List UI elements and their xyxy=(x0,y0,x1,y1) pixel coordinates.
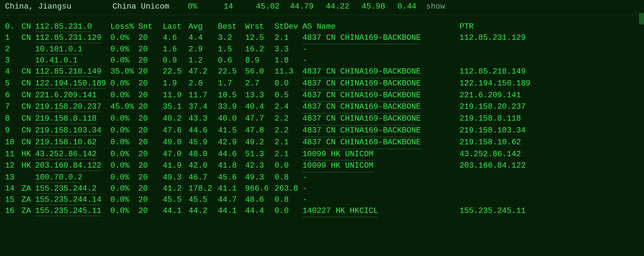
hop-ip[interactable]: 155.235.245.11 xyxy=(35,206,110,218)
hop-last: 22.5 xyxy=(163,66,189,78)
hop-country: CN xyxy=(22,113,35,125)
col-best: Best xyxy=(218,22,245,33)
hop-asn[interactable]: 4837 CN CHINA169-BACKBONE xyxy=(302,66,451,78)
hop-snt: 20 xyxy=(138,66,163,78)
hop-country: CN xyxy=(22,102,35,113)
hop-ip[interactable]: 219.158.20.237 xyxy=(35,102,110,113)
hop-best: 3.2 xyxy=(218,33,245,45)
hop-wrst: 2.7 xyxy=(245,78,275,90)
hop-best: 41.8 xyxy=(218,160,245,172)
hop-best: 42.9 xyxy=(218,137,245,149)
hop-stdev: 2.2 xyxy=(275,113,302,125)
hop-ip[interactable]: 100.70.0.2 xyxy=(35,172,110,183)
hop-ip[interactable]: 219.158.10.62 xyxy=(35,137,110,149)
col-ip[interactable]: 112.85.231.0 xyxy=(35,22,110,33)
hop-loss: 0.0% xyxy=(110,149,138,161)
hop-index: 13 xyxy=(5,172,22,183)
hop-index: 1 xyxy=(5,33,22,45)
hop-country: HK xyxy=(22,149,35,161)
hop-ptr: 112.85.231.129 xyxy=(451,33,639,45)
col-wrst: Wrst xyxy=(245,22,275,33)
hop-stdev: 0.8 xyxy=(275,172,302,183)
hop-ip[interactable]: 43.252.86.142 xyxy=(35,149,110,161)
hop-ip[interactable]: 122.194.150.189 xyxy=(35,78,110,90)
hop-loss: 0.0% xyxy=(110,172,138,183)
hop-ptr xyxy=(451,195,639,206)
hop-ip[interactable]: 219.158.8.118 xyxy=(35,113,110,125)
hop-stdev: 0.5 xyxy=(275,90,302,102)
hop-last: 41.2 xyxy=(163,183,189,195)
hop-index: 10 xyxy=(5,137,22,149)
hop-loss: 0.0% xyxy=(110,44,138,55)
hop-country xyxy=(22,44,35,55)
hop-last: 49.0 xyxy=(163,137,189,149)
hop-best: 44.6 xyxy=(218,149,245,161)
hop-asn[interactable]: 10099 HK UNICOM xyxy=(302,160,451,172)
hop-asn[interactable]: 140227 HK HKCICL xyxy=(302,206,451,218)
hop-asn[interactable]: 4837 CN CHINA169-BACKBONE xyxy=(302,78,451,90)
hop-ip[interactable]: 155.235.244.14 xyxy=(35,195,110,206)
col-ptr: PTR xyxy=(451,22,639,33)
hop-loss: 0.0% xyxy=(110,78,138,90)
hop-ptr: 203.160.84.122 xyxy=(451,160,639,172)
hop-stdev: 0.0 xyxy=(275,206,302,218)
show-button[interactable]: show xyxy=(426,1,462,13)
hop-wrst: 47.8 xyxy=(245,125,275,137)
hop-asn[interactable]: 4837 CN CHINA169-BACKBONE xyxy=(302,113,451,125)
hop-asn[interactable]: 10099 HK UNICOM xyxy=(302,149,451,161)
hop-last: 35.1 xyxy=(163,102,189,113)
hop-ptr: 43.252.86.142 xyxy=(451,149,639,161)
hop-loss: 0.0% xyxy=(110,113,138,125)
hop-ip[interactable]: 221.6.209.141 xyxy=(35,90,110,102)
hop-snt: 20 xyxy=(138,172,163,183)
hop-wrst: 44.4 xyxy=(245,206,275,218)
hop-asn[interactable]: 4837 CN CHINA169-BACKBONE xyxy=(302,125,451,137)
hop-asn: - xyxy=(302,172,451,183)
hop-avg: 2.0 xyxy=(189,78,218,90)
hop-wrst: 49.3 xyxy=(245,172,275,183)
hop-wrst: 12.5 xyxy=(245,33,275,45)
hop-snt: 20 xyxy=(138,137,163,149)
hop-snt: 20 xyxy=(138,78,163,90)
hop-index: 15 xyxy=(5,195,22,206)
hop-index: 8 xyxy=(5,113,22,125)
hop-last: 44.1 xyxy=(163,206,189,218)
hop-avg: 46.7 xyxy=(189,172,218,183)
hop-loss: 0.0% xyxy=(110,55,138,66)
hop-country: HK xyxy=(22,160,35,172)
hop-loss: 45.0% xyxy=(110,102,138,113)
hop-index: 14 xyxy=(5,183,22,195)
hop-ip[interactable]: 10.101.0.1 xyxy=(35,44,110,55)
hop-asn[interactable]: 4837 CN CHINA169-BACKBONE xyxy=(302,137,451,149)
hop-loss: 0.0% xyxy=(110,160,138,172)
summary-snt: 14 xyxy=(224,1,256,13)
col-last: Last xyxy=(163,22,189,33)
hop-asn[interactable]: 4837 CN CHINA169-BACKBONE xyxy=(302,102,451,113)
hop-asn[interactable]: 4837 CN CHINA169-BACKBONE xyxy=(302,90,451,102)
hop-best: 1.7 xyxy=(218,78,245,90)
hop-wrst: 40.4 xyxy=(245,102,275,113)
summary-loss: 0% xyxy=(188,1,224,13)
hop-asn: - xyxy=(302,44,451,55)
hop-snt: 20 xyxy=(138,160,163,172)
hop-ptr: 221.6.209.141 xyxy=(451,90,639,102)
hop-index: 5 xyxy=(5,78,22,90)
scrollbar-thumb[interactable] xyxy=(639,13,644,24)
hop-ip[interactable]: 155.235.244.2 xyxy=(35,183,110,195)
hop-ip[interactable]: 112.85.231.129 xyxy=(35,33,110,45)
hop-ip[interactable]: 10.41.0.1 xyxy=(35,55,110,66)
hops-table: 0. CN 112.85.231.0 Loss% Snt Last Avg Be… xyxy=(5,22,639,218)
hop-wrst: 48.6 xyxy=(245,195,275,206)
summary-location: China, Jiangsu xyxy=(5,1,113,13)
hop-avg: 45.9 xyxy=(189,137,218,149)
hop-best: 45.6 xyxy=(218,172,245,183)
hop-avg: 178.2 xyxy=(189,183,218,195)
hop-ptr xyxy=(451,172,639,183)
scrollbar-track[interactable] xyxy=(639,13,644,256)
hop-ip[interactable]: 112.85.218.149 xyxy=(35,66,110,78)
hop-last: 47.0 xyxy=(163,149,189,161)
hop-ip[interactable]: 219.158.103.34 xyxy=(35,125,110,137)
summary-stdev: 0.44 xyxy=(397,1,426,13)
hop-asn[interactable]: 4837 CN CHINA169-BACKBONE xyxy=(302,33,451,45)
hop-ip[interactable]: 203.160.84.122 xyxy=(35,160,110,172)
